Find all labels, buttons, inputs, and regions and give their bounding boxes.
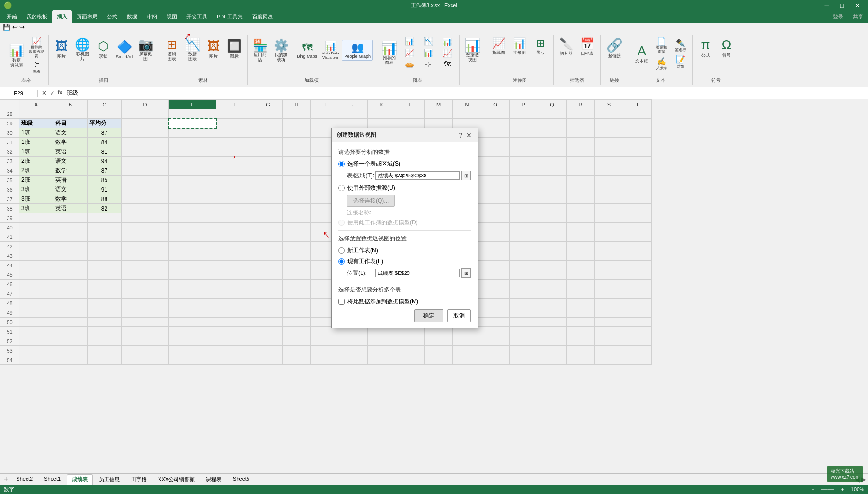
cell-D43[interactable] [122,251,169,261]
cell-G49[interactable] [254,308,283,318]
cell-A36[interactable]: 3班 [19,185,53,194]
cell-B31[interactable]: 数学 [53,138,88,147]
cell-A44[interactable] [19,261,53,270]
cell-E44[interactable] [169,261,216,270]
bar-chart-button[interactable]: 📉 [419,36,437,47]
cell-P31[interactable] [510,138,538,147]
cell-O30[interactable] [481,128,510,138]
cell-C33[interactable]: 94 [88,157,122,166]
cell-D41[interactable] [122,232,169,242]
share-button[interactable]: 共享 [848,10,868,23]
cell-E45[interactable] [169,270,216,280]
cell-G29[interactable] [254,119,283,128]
cell-C43[interactable] [88,251,122,261]
col-header-h[interactable]: H [283,100,311,109]
location-icon[interactable]: ⊞ [461,268,471,278]
radio-existing-sheet-label[interactable]: 现有工作表(E) [347,257,383,265]
cell-C52[interactable] [88,336,122,346]
sheet-tab-Sheet1[interactable]: Sheet1 [39,474,66,485]
col-header-j[interactable]: J [339,100,368,109]
cell-O44[interactable] [481,261,510,270]
cell-S42[interactable] [595,242,623,251]
dialog-close-icon[interactable]: ✕ [465,132,473,139]
cell-H51[interactable] [283,327,311,336]
cell-A45[interactable] [19,270,53,280]
cell-F32[interactable] [216,147,254,157]
cell-A49[interactable] [19,308,53,318]
cell-C54[interactable] [88,355,122,365]
cell-K28[interactable] [368,109,396,119]
app-store-button[interactable]: 🏪 应用商店 [250,37,270,64]
signature-button[interactable]: ✒️ 签名行 [672,37,690,53]
cell-E30[interactable] [169,128,216,138]
cell-E48[interactable] [169,299,216,308]
cell-E31[interactable] [169,138,216,147]
cell-H46[interactable] [283,280,311,289]
cell-P43[interactable] [510,251,538,261]
cell-O36[interactable] [481,185,510,194]
cell-H50[interactable] [283,318,311,327]
col-header-f[interactable]: F [216,100,254,109]
cell-P32[interactable] [510,147,538,157]
cell-E39[interactable] [169,213,216,223]
cell-G37[interactable] [254,194,283,204]
cell-F45[interactable] [216,270,254,280]
symbol-button[interactable]: Ω 符号 [717,36,736,60]
cell-T53[interactable] [623,346,652,355]
cell-P39[interactable] [510,213,538,223]
shape-button[interactable]: ⬡ 形状 [93,37,113,61]
cell-S52[interactable] [595,336,623,346]
tab-mytemplate[interactable]: 我的模板 [22,10,52,23]
cell-C41[interactable] [88,232,122,242]
cell-S36[interactable] [595,185,623,194]
col-header-e[interactable]: E [169,100,216,109]
cell-B40[interactable] [53,223,88,232]
tab-insert[interactable]: 插入 [52,10,72,23]
cell-E53[interactable] [169,346,216,355]
cell-D29[interactable] [122,119,169,128]
cell-C34[interactable]: 87 [88,166,122,176]
cell-O29[interactable] [481,119,510,128]
cell-B48[interactable] [53,299,88,308]
name-box[interactable] [2,89,35,97]
col-header-n[interactable]: N [453,100,481,109]
cell-A38[interactable]: 3班 [19,204,53,213]
cell-L53[interactable] [396,346,425,355]
col-header-t[interactable]: T [623,100,652,109]
cancel-formula-icon[interactable]: ✕ [41,88,48,97]
cell-G51[interactable] [254,327,283,336]
cell-C50[interactable] [88,318,122,327]
cell-T44[interactable] [623,261,652,270]
cell-I29[interactable] [311,119,339,128]
cell-E29[interactable] [169,119,216,128]
cell-N54[interactable] [453,355,481,365]
cell-S41[interactable] [595,232,623,242]
cell-H41[interactable] [283,232,311,242]
cell-A50[interactable] [19,318,53,327]
cell-S39[interactable] [595,213,623,223]
cell-R36[interactable] [567,185,595,194]
cell-G43[interactable] [254,251,283,261]
cell-A39[interactable] [19,213,53,223]
cell-D51[interactable] [122,327,169,336]
cell-O49[interactable] [481,308,510,318]
cell-I53[interactable] [311,346,339,355]
cell-C51[interactable] [88,327,122,336]
col-header-g[interactable]: G [254,100,283,109]
cell-D46[interactable] [122,280,169,289]
cell-C44[interactable] [88,261,122,270]
cell-B29[interactable]: 科目 [53,119,88,128]
cell-R52[interactable] [567,336,595,346]
cell-J52[interactable] [339,336,368,346]
cell-H39[interactable] [283,213,311,223]
recommend-chart-button[interactable]: 📊 推荐的图表 [379,39,399,67]
cell-O51[interactable] [481,327,510,336]
cell-J53[interactable] [339,346,368,355]
sheet-tab-田字格[interactable]: 田字格 [126,474,152,485]
cell-R28[interactable] [567,109,595,119]
hyperlink-button[interactable]: 🔗 超链接 [604,36,625,61]
cell-C35[interactable]: 85 [88,176,122,185]
cell-P42[interactable] [510,242,538,251]
cell-R51[interactable] [567,327,595,336]
cell-C36[interactable]: 91 [88,185,122,194]
